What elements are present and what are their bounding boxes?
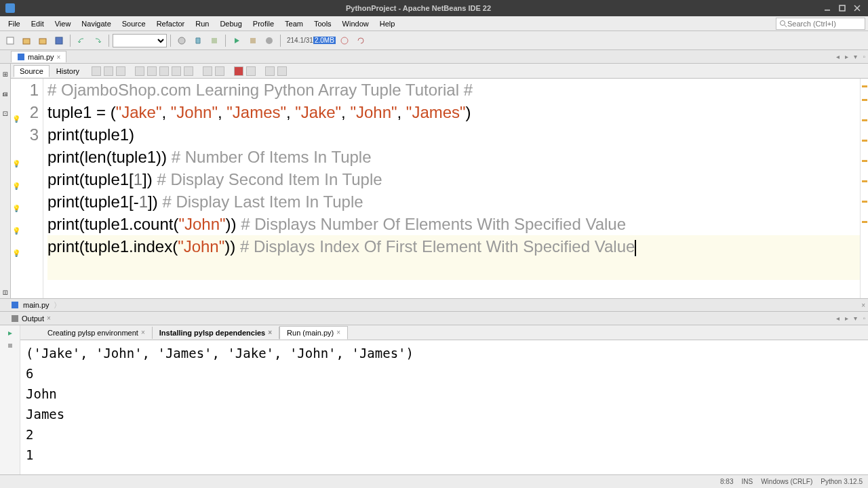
new-file-button[interactable] [3,33,18,48]
new-project-button[interactable] [19,33,34,48]
minimize-button[interactable] [822,3,833,14]
build-button[interactable] [174,33,189,48]
refresh-icon[interactable] [353,33,368,48]
menu-profile[interactable]: Profile [248,18,279,30]
close-icon[interactable]: × [268,329,272,336]
python-icon [11,301,19,309]
line-ending: Windows (CRLF) [761,478,812,485]
maximize-editor[interactable]: ▫ [860,53,868,60]
close-icon[interactable]: × [336,329,340,336]
out-dropdown[interactable]: ▾ [851,314,860,322]
shift-left-icon[interactable] [203,66,212,76]
redo-button[interactable] [90,33,105,48]
menu-debug[interactable]: Debug [214,18,247,30]
config-select[interactable] [113,34,167,47]
out-tab-pylsp-deps[interactable]: Installing pylsp dependencies× [153,327,279,339]
close-icon[interactable]: × [141,329,145,336]
menu-tools[interactable]: Tools [309,18,337,30]
shift-right-icon[interactable] [215,66,224,76]
breadcrumb-bar: main.py 〉 × [0,298,868,312]
diff-icon[interactable] [172,66,181,76]
close-button[interactable] [852,3,863,14]
menu-refactor[interactable]: Refactor [151,18,191,30]
window-title: PythonProject - Apache NetBeans IDE 22 [19,4,818,12]
comment-icon[interactable] [265,66,275,76]
out-scroll-left[interactable]: ◂ [833,314,842,322]
output-icon [11,314,19,323]
menu-file[interactable]: File [3,18,26,30]
nav-fwd-icon[interactable] [104,66,113,76]
out-tab-run[interactable]: Run (main.py)× [279,326,348,340]
close-icon[interactable]: × [57,54,61,61]
open-button[interactable] [35,33,50,48]
svg-point-10 [178,37,185,44]
search-box[interactable] [776,18,865,30]
out-tab-pylsp-env[interactable]: Creating pylsp environment× [41,327,153,339]
menu-navigate[interactable]: Navigate [76,18,116,30]
out-scroll-right[interactable]: ▸ [842,314,851,322]
find-icon[interactable] [135,66,144,76]
svg-rect-11 [212,38,217,43]
svg-rect-18 [8,344,12,348]
stop-button[interactable] [5,340,16,351]
close-icon[interactable]: × [47,314,51,322]
app-icon [5,3,15,13]
gc-button[interactable] [337,33,352,48]
menu-view[interactable]: View [50,18,77,30]
sidebar-navigator[interactable]: ⊟ [1,287,9,298]
run-button[interactable] [229,33,244,48]
tab-dropdown[interactable]: ▾ [851,53,860,60]
memory-usage: 214.1/312.0MB [287,37,336,44]
bc-close[interactable]: × [859,302,868,309]
macro-rec-icon[interactable] [234,66,243,76]
main-toolbar: 214.1/312.0MB [0,31,868,50]
output-text[interactable]: ('Jake', 'John', 'James', 'Jake', 'John'… [20,340,868,485]
menu-run[interactable]: Run [190,18,214,30]
search-input[interactable] [787,20,862,28]
tab-source[interactable]: Source [14,65,50,77]
svg-line-5 [785,25,787,27]
clean-build-button[interactable] [191,33,205,48]
tab-history[interactable]: History [51,66,85,77]
left-sidebar: ⊞ 🗎 ⊡ ⊟ [0,64,11,298]
code-editor[interactable]: 123 # OjamboShop.com Learning Python Arr… [11,79,868,298]
next-icon[interactable] [159,66,169,76]
diff2-icon[interactable] [184,66,193,76]
menu-team[interactable]: Team [279,18,309,30]
svg-point-13 [266,37,273,44]
tab-scroll-right[interactable]: ▸ [842,53,851,60]
bookmark-icon[interactable] [116,66,125,76]
out-maximize[interactable]: ▫ [860,314,868,322]
svg-rect-16 [12,302,18,308]
menu-window[interactable]: Window [337,18,374,30]
tab-scroll-left[interactable]: ◂ [833,53,842,60]
compose-button[interactable] [207,33,222,48]
menu-source[interactable]: Source [117,18,151,30]
debug-button[interactable] [245,33,260,48]
rerun-button[interactable] [5,328,16,339]
svg-rect-6 [7,37,14,44]
menu-edit[interactable]: Edit [26,18,50,30]
profile-button[interactable] [262,33,277,48]
python-icon [17,53,25,61]
sidebar-services[interactable]: ⊡ [1,108,9,119]
nav-back-icon[interactable] [92,66,101,76]
macro-stop-icon[interactable] [246,66,256,76]
undo-button[interactable] [74,33,89,48]
uncomment-icon[interactable] [277,66,287,76]
maximize-button[interactable] [837,3,848,14]
menu-help[interactable]: Help [374,18,401,30]
output-side-toolbar [0,325,20,485]
save-all-button[interactable] [52,33,66,48]
overview-ruler[interactable] [860,79,868,298]
sidebar-files[interactable]: 🗎 [1,88,9,100]
prev-icon[interactable] [147,66,157,76]
output-title-bar: Output × ◂ ▸ ▾ ▫ [0,312,868,325]
search-icon [779,20,787,28]
svg-rect-12 [250,38,256,43]
tab-main-py[interactable]: main.py × [11,51,66,62]
sidebar-projects[interactable]: ⊞ [1,69,9,80]
cursor-position: 8:83 [720,478,733,485]
breadcrumb-file[interactable]: main.py [19,300,54,310]
svg-rect-15 [18,54,24,60]
